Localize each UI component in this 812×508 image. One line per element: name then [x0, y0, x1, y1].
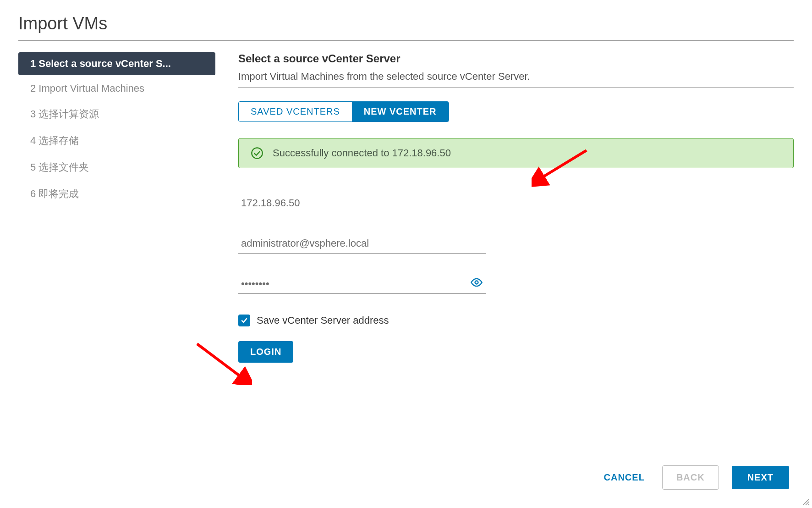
tab-saved-vcenters[interactable]: SAVED VCENTERS	[239, 102, 352, 121]
wizard-step-1[interactable]: 1 Select a source vCenter S...	[18, 52, 215, 75]
success-banner: Successfully connected to 172.18.96.50	[238, 138, 794, 168]
content-divider	[238, 87, 794, 88]
server-address-input[interactable]	[238, 193, 486, 213]
username-input[interactable]	[238, 234, 486, 254]
next-button[interactable]: NEXT	[732, 466, 789, 489]
cancel-button[interactable]: CANCEL	[599, 466, 649, 489]
content-title: Select a source vCenter Server	[238, 52, 794, 65]
svg-point-1	[475, 281, 478, 284]
save-address-label: Save vCenter Server address	[257, 315, 389, 326]
wizard-container: 1 Select a source vCenter S... 2 Import …	[0, 52, 812, 363]
content-subtitle: Import Virtual Machines from the selecte…	[238, 71, 794, 83]
svg-line-6	[808, 504, 809, 505]
wizard-step-3[interactable]: 3 选择计算资源	[18, 102, 215, 127]
wizard-step-6[interactable]: 6 即将完成	[18, 182, 215, 206]
success-message-text: Successfully connected to 172.18.96.50	[273, 147, 451, 159]
back-button: BACK	[662, 465, 719, 490]
save-address-row: Save vCenter Server address	[238, 315, 794, 326]
password-field	[238, 274, 486, 294]
login-button[interactable]: LOGIN	[238, 341, 293, 363]
vcenter-tab-group: SAVED VCENTERS NEW VCENTER	[238, 101, 449, 122]
password-visibility-toggle-icon[interactable]	[470, 276, 483, 291]
password-input[interactable]	[238, 274, 486, 294]
wizard-step-4[interactable]: 4 选择存储	[18, 128, 215, 153]
server-address-field	[238, 193, 486, 213]
tab-new-vcenter[interactable]: NEW VCENTER	[352, 102, 449, 121]
svg-point-0	[252, 148, 262, 158]
wizard-step-2[interactable]: 2 Import Virtual Machines	[18, 77, 215, 100]
resize-grip-icon[interactable]	[802, 498, 810, 506]
wizard-content: Select a source vCenter Server Import Vi…	[215, 52, 794, 363]
title-divider	[18, 40, 794, 41]
save-address-checkbox[interactable]	[238, 315, 250, 326]
page-title: Import VMs	[0, 0, 812, 38]
success-check-icon	[251, 147, 263, 160]
wizard-step-5[interactable]: 5 选择文件夹	[18, 155, 215, 180]
wizard-steps-list: 1 Select a source vCenter S... 2 Import …	[18, 52, 215, 363]
wizard-footer-actions: CANCEL BACK NEXT	[599, 465, 789, 490]
username-field	[238, 234, 486, 254]
